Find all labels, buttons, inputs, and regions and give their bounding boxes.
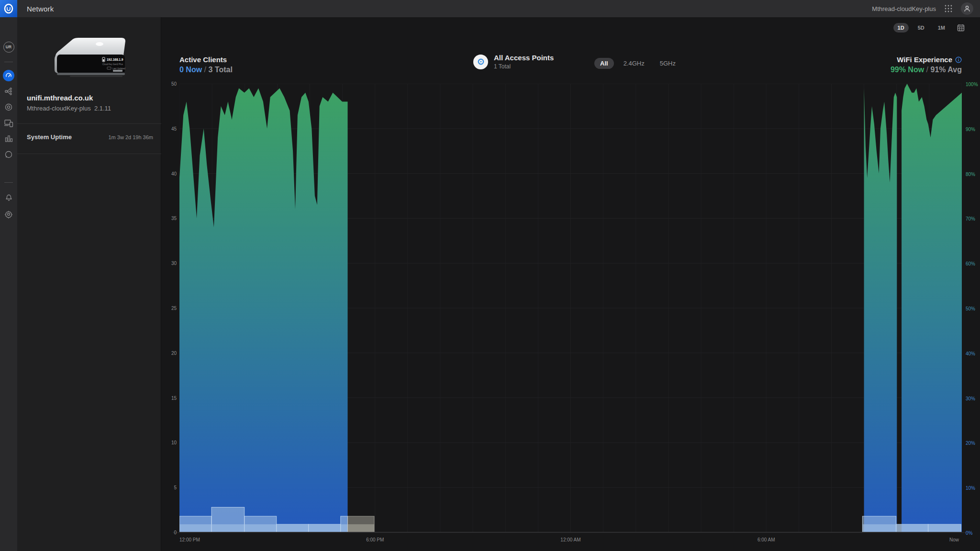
range-option-5d[interactable]: 5D — [913, 23, 929, 33]
device-version: 2.1.11 — [94, 105, 111, 112]
app-title: Network — [27, 5, 54, 13]
controller-name: Mthread-cloudKey-plus — [872, 5, 936, 12]
system-uptime-value: 1m 3w 2d 19h 36m — [108, 134, 153, 140]
svg-text:Last Updated: Last Updated — [112, 67, 125, 70]
sidebar-item-topology[interactable] — [0, 85, 17, 98]
right-tick-50%: 50% — [966, 306, 975, 311]
left-tick-15: 15 — [164, 396, 177, 401]
apps-grid-icon[interactable] — [945, 5, 952, 12]
access-points-header: All Access Points 1 Total — [473, 54, 554, 70]
right-tick-100%: 100% — [966, 82, 978, 87]
panel-divider — [17, 123, 161, 124]
sidebar-item-statistics[interactable] — [0, 132, 17, 145]
left-tick-30: 30 — [164, 261, 177, 266]
clients-icon — [4, 119, 13, 127]
topology-icon — [4, 87, 13, 96]
range-option-1d[interactable]: 1D — [893, 23, 909, 33]
wifi-experience-title: WiFi Experience — [897, 55, 952, 64]
sidebar-rail: UR — [0, 17, 17, 551]
clients-experience-chart — [179, 84, 962, 532]
dashboard-icon — [3, 70, 14, 81]
unifi-network-dashboard: Network Mthread-cloudKey-plus — [0, 0, 980, 551]
info-icon[interactable] — [955, 56, 962, 63]
clients-now-value: 0 Now — [179, 66, 202, 74]
active-clients-header: Active Clients 0 Now / 3 Total — [179, 55, 233, 74]
user-avatar-icon[interactable] — [961, 2, 973, 15]
left-tick-20: 20 — [164, 351, 177, 356]
band-filter-all[interactable]: All — [594, 58, 614, 69]
access-point-icon — [473, 55, 488, 69]
rail-divider — [4, 182, 13, 183]
x-tick-6-00-pm: 6:00 PM — [366, 537, 384, 542]
right-tick-90%: 90% — [966, 127, 975, 132]
unifi-logo-icon[interactable] — [0, 0, 17, 17]
active-clients-title: Active Clients — [179, 55, 233, 64]
active-clients-values: 0 Now / 3 Total — [179, 66, 233, 74]
time-range-selector: 1D5D1M — [893, 23, 965, 33]
svg-text:192.168.1.9: 192.168.1.9 — [107, 58, 123, 61]
right-tick-30%: 30% — [966, 396, 975, 401]
left-tick-0: 0 — [164, 530, 177, 535]
sidebar-item-insights[interactable] — [0, 148, 17, 161]
left-tick-5: 5 — [164, 485, 177, 490]
sidebar-item-devices[interactable] — [0, 100, 17, 114]
dashboard-main: 1D5D1M Active Clients 0 Now / 3 Total Al… — [161, 17, 980, 551]
right-tick-70%: 70% — [966, 216, 975, 221]
range-option-1m[interactable]: 1M — [934, 23, 949, 33]
left-tick-25: 25 — [164, 306, 177, 311]
statistics-icon — [5, 135, 13, 143]
device-hostname: unifi.mthread.co.uk — [27, 94, 93, 102]
right-tick-40%: 40% — [966, 351, 975, 356]
wifi-experience-header: WiFi Experience 99% Now / 91% Avg — [891, 55, 962, 74]
x-tick-6-00-am: 6:00 AM — [757, 537, 775, 542]
experience-avg-value: 91% Avg — [930, 66, 962, 74]
clients-total-value: 3 Total — [208, 66, 232, 74]
left-tick-50: 50 — [164, 81, 177, 87]
sidebar-item-notifications[interactable] — [0, 190, 17, 204]
chart-baseline — [173, 532, 967, 533]
calendar-icon[interactable] — [957, 24, 965, 32]
system-uptime-label: System Uptime — [27, 133, 72, 141]
right-tick-0%: 0% — [966, 530, 972, 536]
band-filter-group: All2.4GHz5GHz — [594, 58, 681, 69]
insights-icon — [4, 150, 13, 159]
devices-icon — [4, 103, 13, 111]
band-filter-2.4ghz[interactable]: 2.4GHz — [618, 58, 650, 69]
site-badge: UR — [3, 42, 14, 53]
x-tick-12-00-am: 12:00 AM — [560, 537, 580, 542]
left-tick-40: 40 — [164, 171, 177, 176]
rail-divider — [4, 62, 13, 62]
sidebar-item-dashboard[interactable] — [0, 69, 17, 82]
top-bar: Network Mthread-cloudKey-plus — [0, 0, 980, 17]
gear-icon — [4, 210, 13, 219]
cloudkey-device-image: 192.168.1.9 Cloud Key Gen2 Plus Last Upd… — [41, 26, 137, 98]
wifi-experience-values: 99% Now / 91% Avg — [891, 66, 962, 74]
access-points-title: All Access Points — [494, 54, 554, 62]
device-model-version: Mthread-cloudKey-plus 2.1.11 — [27, 105, 111, 112]
svg-text:Cloud Key Gen2 Plus: Cloud Key Gen2 Plus — [102, 63, 123, 66]
panel-divider — [17, 154, 161, 154]
sidebar-item-site-badge[interactable]: UR — [0, 40, 17, 54]
left-tick-35: 35 — [164, 216, 177, 221]
x-tick-now: Now — [949, 537, 959, 542]
left-tick-45: 45 — [164, 126, 177, 132]
right-tick-80%: 80% — [966, 172, 975, 177]
access-points-total: 1 Total — [494, 63, 554, 70]
right-tick-20%: 20% — [966, 441, 975, 446]
device-model: Mthread-cloudKey-plus — [27, 105, 91, 112]
band-filter-5ghz[interactable]: 5GHz — [654, 58, 681, 69]
sidebar-item-clients[interactable] — [0, 116, 17, 130]
device-panel: 192.168.1.9 Cloud Key Gen2 Plus Last Upd… — [17, 17, 161, 551]
left-tick-10: 10 — [164, 440, 177, 445]
experience-now-value: 99% Now — [891, 66, 924, 74]
right-tick-10%: 10% — [966, 485, 975, 491]
sidebar-item-settings[interactable] — [0, 208, 17, 221]
x-tick-12-00-pm: 12:00 PM — [179, 537, 200, 542]
bell-icon — [5, 193, 13, 201]
right-tick-60%: 60% — [966, 261, 975, 266]
